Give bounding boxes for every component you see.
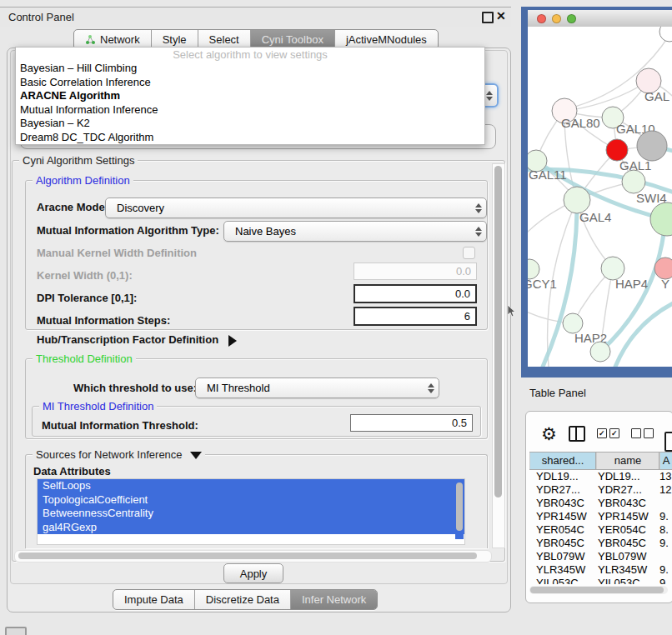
kernel-width-value: 0.0: [456, 265, 471, 278]
table-panel: shared...nameA YDL19...YDL19...13YDR27..…: [525, 411, 672, 603]
which-threshold-combo[interactable]: MI Threshold: [195, 378, 439, 398]
table-row[interactable]: YBR043CYBR043C: [529, 496, 672, 509]
attribute-list-item[interactable]: gal4RGexp: [38, 521, 464, 535]
float-panel-icon[interactable]: [482, 12, 494, 23]
network-window-titlebar[interactable]: [528, 10, 672, 28]
list-scrollbar[interactable]: [455, 481, 464, 539]
table-horizontal-scrollbar[interactable]: [529, 586, 668, 594]
table-cell: 8.: [656, 523, 672, 536]
table-row[interactable]: YDL19...YDL19...13: [529, 469, 672, 482]
sources-title-text: Sources for Network Inference: [36, 448, 183, 461]
network-edge[interactable]: [615, 302, 672, 367]
mi-type-label: Mutual Information Algorithm Type:: [37, 224, 219, 237]
settings-vertical-thumb[interactable]: [494, 166, 502, 498]
table-cell: YDL19...: [529, 470, 594, 482]
table-horizontal-thumb[interactable]: [530, 587, 664, 593]
table-row[interactable]: YBL079WYBL079W: [529, 549, 672, 562]
hub-definition-toggle[interactable]: Hub/Transcription Factor Definition: [37, 333, 237, 347]
table-row[interactable]: YPR145WYPR145W9.: [529, 509, 672, 522]
network-tab-icon: [85, 34, 96, 45]
mi-threshold-field[interactable]: 0.5: [350, 414, 473, 432]
table-cell: YDR27...: [529, 483, 594, 496]
document-icon[interactable]: [664, 432, 672, 452]
expand-right-icon[interactable]: [228, 335, 237, 347]
window-zoom-icon[interactable]: [567, 14, 576, 23]
network-node-label: GAL4: [579, 210, 611, 224]
aracne-mode-label: Aracne Mode:: [37, 201, 108, 213]
settings-horizontal-scrollbar[interactable]: [14, 550, 492, 562]
window-minimize-icon[interactable]: [552, 14, 561, 23]
dpi-tolerance-field[interactable]: 0.0: [354, 284, 477, 303]
threshold-definition-title: Threshold Definition: [33, 352, 136, 365]
which-threshold-value: MI Threshold: [207, 382, 270, 394]
table-header-row: shared...nameA: [529, 452, 672, 470]
network-graph[interactable]: GALGAL80GAL10GAL1GAL11SWI4GAL4GCY1HAP4YH…: [528, 27, 672, 367]
network-node-swi4[interactable]: [622, 170, 645, 193]
mi-type-combo[interactable]: Naive Bayes: [223, 221, 487, 242]
close-panel-icon[interactable]: [496, 9, 506, 22]
mi-steps-value: 6: [464, 310, 470, 322]
gear-icon[interactable]: [541, 425, 557, 442]
aracne-mode-combo[interactable]: Discovery: [105, 198, 487, 218]
attribute-list-item[interactable]: SelfLoops: [38, 479, 464, 493]
network-node[interactable]: [650, 202, 672, 236]
collapse-down-icon[interactable]: [190, 452, 202, 459]
control-panel-title: Control Panel: [8, 11, 74, 23]
tab-label: Select: [209, 33, 239, 46]
table-cell: 9.: [656, 563, 672, 576]
combo-arrows-icon: [475, 222, 482, 241]
table-row[interactable]: YLR345WYLR345W9.: [529, 562, 672, 576]
network-node[interactable]: [590, 342, 610, 362]
combo-arrows-icon: [428, 378, 434, 398]
attribute-list-item[interactable]: BetweennessCentrality: [38, 507, 464, 521]
dpi-tolerance-label: DPI Tolerance [0,1]:: [37, 292, 137, 304]
control-panel-titlebar: Control Panel: [0, 7, 511, 28]
list-scrollbar-thumb[interactable]: [456, 482, 463, 531]
table-row[interactable]: YIL053CYIL053C9: [529, 576, 672, 584]
tab-impute-data[interactable]: Impute Data: [113, 590, 194, 609]
table-column-header[interactable]: name: [596, 452, 659, 469]
tab-discretize-data[interactable]: Discretize Data: [194, 590, 290, 609]
apply-button[interactable]: Apply: [223, 563, 283, 583]
table-panel-title: Table Panel: [529, 387, 586, 399]
kernel-width-label: Kernel Width (0,1):: [37, 269, 133, 282]
attribute-list-item[interactable]: TopologicalCoefficient: [38, 493, 464, 508]
tab-label: Network: [100, 33, 140, 46]
settings-horizontal-thumb[interactable]: [18, 552, 477, 559]
data-attributes-list[interactable]: SelfLoopsTopologicalCoefficientBetweenne…: [37, 478, 465, 545]
kernel-width-field[interactable]: 0.0: [354, 262, 477, 280]
settings-vertical-scrollbar[interactable]: [492, 163, 505, 548]
mi-steps-field[interactable]: 6: [354, 307, 477, 326]
algorithm-option[interactable]: Dream8 DC_TDC Algorithm: [16, 131, 484, 145]
columns-icon[interactable]: [569, 426, 585, 442]
table-column-header[interactable]: shared...: [529, 452, 596, 469]
algorithm-option[interactable]: Bayesian – Hill Climbing: [16, 62, 484, 76]
network-canvas[interactable]: GALGAL80GAL10GAL1GAL11SWI4GAL4GCY1HAP4YH…: [528, 27, 672, 367]
cyni-bottom-tab-bar: Impute DataDiscretize DataInfer Network: [113, 589, 378, 610]
tab-infer-network[interactable]: Infer Network: [290, 590, 377, 609]
algorithm-option[interactable]: Bayesian – K2: [16, 117, 484, 131]
table-row[interactable]: YBR045CYBR045C9.: [529, 536, 672, 549]
network-node-label: Y: [661, 277, 669, 291]
data-attributes-label: Data Attributes: [33, 465, 111, 478]
table-cell: YIL053C: [529, 577, 594, 585]
network-node[interactable]: [637, 131, 667, 161]
table-cell: YER054C: [594, 523, 656, 536]
manual-kernel-checkbox[interactable]: [463, 247, 475, 259]
algorithm-option[interactable]: Mutual Information Inference: [16, 103, 484, 118]
table-cell: YBR045C: [594, 537, 656, 549]
algorithm-option[interactable]: ARACNE Algorithm: [16, 89, 484, 103]
table-column-header[interactable]: A: [659, 452, 672, 469]
select-all-columns-icon[interactable]: [597, 428, 619, 438]
table-row[interactable]: YER054CYER054C8.: [529, 522, 672, 536]
tab-label: Impute Data: [124, 593, 183, 606]
deselect-all-columns-icon[interactable]: [631, 428, 654, 438]
table-row[interactable]: YDR27...YDR27...12: [529, 482, 672, 496]
table-body: YDL19...YDL19...13YDR27...YDR27...12YBR0…: [529, 469, 672, 584]
dock-panel-icon[interactable]: [5, 627, 27, 635]
network-node[interactable]: [659, 27, 672, 42]
algorithm-option[interactable]: Basic Correlation Inference: [16, 76, 484, 90]
dpi-tolerance-value: 0.0: [455, 288, 470, 300]
mi-type-value: Naive Bayes: [235, 225, 296, 238]
window-close-icon[interactable]: [537, 14, 546, 23]
